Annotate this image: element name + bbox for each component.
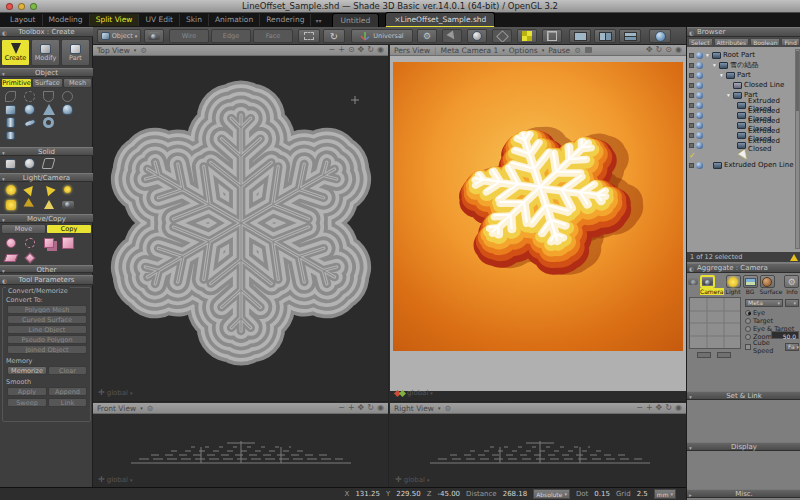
smooth-link-button[interactable]: Link — [48, 398, 87, 407]
workspace-tab-uv-edit[interactable]: UV Edit — [139, 14, 180, 26]
right-view-settings-icon[interactable]: ⚙ — [444, 404, 451, 413]
layout-split-button[interactable] — [619, 29, 641, 43]
right-zoom-in-icon[interactable]: + — [646, 403, 653, 413]
cube-speed-dropdown[interactable]: Fa — [785, 343, 799, 351]
front-orbit-icon[interactable]: ↻ — [367, 403, 374, 413]
object-section-header[interactable]: ▾Object — [0, 68, 93, 77]
convert-pseudo-polygon-button[interactable]: Pseudo Polygon — [7, 335, 87, 344]
spiral-tool-icon[interactable] — [20, 90, 39, 103]
render-preview-button[interactable] — [649, 29, 671, 43]
browser-tab-attributes[interactable]: Attributes — [714, 38, 750, 46]
visibility-toggle[interactable] — [689, 113, 694, 118]
object-mode-dropdown[interactable]: Object▾ — [97, 29, 141, 43]
flag-icon[interactable] — [585, 47, 592, 53]
light-camera-section-header[interactable]: ▾Light/Camera — [0, 173, 93, 182]
visibility-toggle[interactable] — [689, 123, 694, 128]
tube-tool-icon[interactable] — [1, 129, 20, 142]
convert-joined-object-button[interactable]: Joined Object — [7, 345, 87, 354]
workspace-tab-animation[interactable]: Animation — [209, 14, 260, 26]
front-view-label[interactable]: Front View — [97, 404, 136, 413]
workspace-tab-skin[interactable]: Skin — [180, 14, 209, 26]
wire-button[interactable]: Wire — [169, 29, 209, 43]
tree-scrollbar[interactable] — [795, 49, 800, 249]
zoom-window-icon[interactable] — [30, 3, 37, 10]
tree-item-extruded-closed-5[interactable]: Extruded Closed — [687, 140, 800, 150]
options-menu[interactable]: Options — [509, 46, 538, 55]
visibility-toggle[interactable] — [689, 143, 694, 148]
visibility-toggle[interactable] — [689, 83, 694, 88]
smooth-apply-button[interactable]: Apply — [7, 387, 47, 396]
mirror-transform-icon[interactable] — [20, 251, 39, 264]
pers-magnify-icon[interactable]: ◉ — [675, 45, 682, 55]
copy-tab[interactable]: Copy — [46, 224, 92, 234]
viewport-right[interactable]: Right View▾ ⚙ −+✥↻◉ ✛global▾ — [390, 403, 686, 487]
universal-manipulator-button[interactable]: Universal — [351, 29, 413, 43]
solid-box-tool-icon[interactable] — [1, 157, 20, 170]
rounded-cube-tool-icon[interactable] — [1, 103, 20, 116]
convert-line-object-button[interactable]: Line Object — [7, 325, 87, 334]
move-copy-section-header[interactable]: ▾Move/Copy — [0, 214, 93, 223]
front-pan-icon[interactable]: ✥ — [358, 403, 365, 413]
viewport-top[interactable]: Top View▾ ⚙ −+⊙✥↻◉ — [93, 45, 389, 402]
pan-icon[interactable]: ✥ — [358, 45, 365, 55]
visibility-toggle[interactable] — [689, 53, 694, 58]
zoom-out-icon[interactable]: − — [329, 45, 336, 55]
visibility-toggle[interactable] — [689, 103, 694, 108]
viewport-front[interactable]: Front View▾ ⚙ −+✥↻◉ ✛global▾ — [93, 403, 389, 487]
top-view-label[interactable]: Top View — [97, 46, 130, 55]
cone-light-tool-icon[interactable] — [39, 198, 58, 211]
tab-primitive[interactable]: Primitive — [1, 78, 32, 88]
preview-next-button[interactable] — [717, 352, 731, 358]
aggregate-tab-camera[interactable]: Camera — [700, 275, 724, 295]
preview-prev-button[interactable] — [697, 352, 711, 358]
workspace-tab-layout[interactable]: Layout — [4, 14, 43, 26]
magnify-icon[interactable]: ◉ — [377, 45, 384, 55]
other-section-header[interactable]: ▾Other — [0, 265, 93, 273]
directional-light-tool-icon[interactable] — [20, 198, 39, 211]
grid-snap-button[interactable] — [517, 29, 537, 43]
pers-pan-icon[interactable]: ✥ — [646, 45, 653, 55]
cube-speed-checkbox[interactable] — [745, 344, 751, 350]
right-view-label[interactable]: Right View — [394, 404, 434, 413]
unit-dropdown[interactable]: mm — [654, 489, 676, 499]
magnify-transform-icon[interactable] — [1, 236, 20, 249]
part-mode-button[interactable]: Part — [61, 39, 90, 66]
bones-button[interactable] — [492, 29, 512, 43]
pers-view-label[interactable]: Pers View — [394, 46, 430, 55]
visibility-toggle[interactable] — [689, 163, 694, 168]
shaded-sphere-button[interactable] — [467, 29, 487, 43]
front-view-axis-widget[interactable]: ✛global▾ — [98, 475, 133, 484]
shear-transform-icon[interactable] — [1, 251, 20, 264]
duplicate-transform-icon[interactable] — [39, 236, 58, 249]
render-settings-icon[interactable]: ⚙ — [574, 46, 581, 55]
top-view-settings-icon[interactable]: ⚙ — [140, 46, 147, 55]
disc-tool-icon[interactable] — [20, 116, 39, 129]
rotate-transform-icon[interactable] — [20, 236, 39, 249]
marquee-select-button[interactable] — [298, 29, 320, 43]
spotlight2-tool-icon[interactable] — [39, 183, 58, 196]
convert-polygon-mesh-button[interactable]: Polygon Mesh — [7, 305, 87, 314]
camera-tool-icon[interactable] — [58, 198, 77, 211]
scale-transform-icon[interactable] — [58, 236, 77, 249]
clear-button[interactable]: Clear — [48, 366, 87, 375]
tree-item-closed-line[interactable]: Closed Line — [687, 80, 800, 90]
object-browser-tree[interactable]: ▾Root Part ▾雪の結晶 ▾Part Closed Line ▾Part… — [687, 47, 800, 252]
tree-item-snowflake[interactable]: ▾雪の結晶 — [687, 60, 800, 70]
solid-sweep-tool-icon[interactable] — [39, 157, 58, 170]
arealight-tool-icon[interactable] — [1, 198, 20, 211]
visibility-toggle[interactable] — [689, 63, 694, 68]
pers-view-axis-widget[interactable]: global▾ — [395, 389, 433, 397]
top-view-canvas[interactable]: ✛global▾ — [93, 45, 389, 391]
cube-speed-row[interactable]: Cube SpeedFa — [745, 342, 799, 351]
workspace-tab-overflow-icon[interactable]: ▾▾ — [311, 17, 325, 24]
visibility-toggle[interactable] — [689, 73, 694, 78]
pers-zoom-icon[interactable]: ⊙ — [665, 45, 672, 55]
aggregate-tab-light[interactable]: Light — [726, 275, 741, 295]
eye-target-radio[interactable] — [745, 326, 751, 332]
layout-quad-button[interactable] — [594, 29, 616, 43]
document-tab-active[interactable]: ×LineOffset_Sample.shd — [385, 12, 495, 28]
workspace-tab-modeling[interactable]: Modeling — [43, 14, 90, 26]
browser-tab-find[interactable]: Find — [781, 38, 799, 46]
right-zoom-out-icon[interactable]: − — [636, 403, 643, 413]
rotate-view-button[interactable]: ↻ — [323, 29, 345, 43]
